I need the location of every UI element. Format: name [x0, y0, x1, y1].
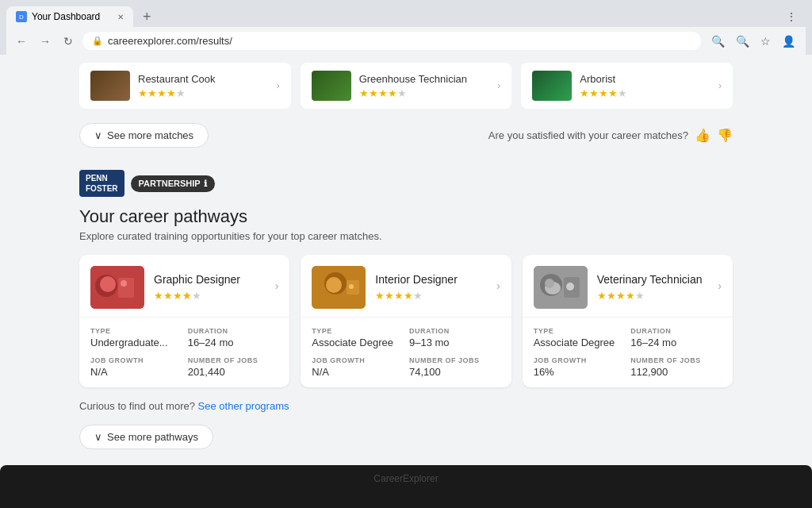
interior-duration-label: DURATION	[409, 327, 500, 335]
active-tab[interactable]: D Your Dashboard ✕	[6, 6, 133, 27]
pathway-card-graphic-arrow: ›	[275, 279, 279, 292]
new-tab-button[interactable]: +	[136, 9, 158, 25]
chevron-down-icon: ∨	[94, 129, 102, 141]
see-more-pathways-label: See more pathways	[107, 431, 198, 443]
pathway-card-vet-info: Veterinary Technician ★★★★★	[597, 273, 703, 302]
pathway-card-vet-details: TYPE Associate Degree DURATION 16–24 mo …	[523, 318, 733, 387]
match-card-arborist-info: Arborist ★★★★★	[580, 73, 627, 99]
match-card-greenhouse-arrow: ›	[497, 80, 500, 91]
interior-type-item: TYPE Associate Degree	[312, 327, 403, 348]
pathway-card-interior-title: Interior Designer	[375, 273, 458, 286]
pathway-card-graphic-stars: ★★★★★★	[154, 290, 240, 302]
penn-foster-logo-line2: FOSTER	[86, 183, 118, 194]
match-card-greenhouse-image	[312, 71, 351, 101]
interior-type-label: TYPE	[312, 327, 403, 335]
graphic-type-label: TYPE	[90, 327, 182, 335]
vet-growth-label: JOB GROWTH	[534, 356, 625, 364]
interior-duration-item: DURATION 9–13 mo	[409, 327, 500, 348]
see-more-matches-label: See more matches	[107, 129, 193, 141]
see-more-matches-button[interactable]: ∨ See more matches	[79, 123, 209, 148]
satisfaction-text: Are you satisfied with your career match…	[488, 129, 688, 141]
footer-preview: CareerExplorer	[0, 465, 812, 508]
see-other-programs-link[interactable]: See other programs	[198, 400, 289, 412]
satisfaction-area: Are you satisfied with your career match…	[488, 128, 733, 143]
vet-growth-value: 16%	[534, 366, 625, 378]
match-card-arborist-arrow: ›	[718, 80, 722, 91]
profile-button[interactable]: 👤	[778, 33, 799, 50]
find-out-more-text: Curious to find out more? See other prog…	[79, 400, 733, 412]
svg-point-2	[100, 276, 116, 292]
vet-jobs-label: NUMBER OF JOBS	[630, 356, 722, 364]
zoom-button[interactable]: 🔍	[732, 33, 753, 50]
match-card-cook-info: Restaurant Cook ★★★★★	[138, 73, 216, 99]
find-out-more-static: Curious to find out more?	[79, 400, 195, 412]
vet-jobs-item: NUMBER OF JOBS 112,900	[630, 356, 722, 378]
chevron-down-icon: ∨	[94, 431, 102, 443]
graphic-duration-label: DURATION	[188, 327, 279, 335]
thumbs-down-button[interactable]: 👎	[717, 128, 733, 143]
search-button[interactable]: 🔍	[707, 33, 729, 50]
pathway-card-vet-header: Veterinary Technician ★★★★★ ›	[523, 255, 733, 318]
interior-growth-item: JOB GROWTH N/A	[312, 356, 403, 378]
graphic-jobs-value: 201,440	[188, 366, 279, 378]
pathway-card-vet-technician[interactable]: Veterinary Technician ★★★★★ › TYPE Assoc…	[523, 255, 733, 387]
interior-jobs-item: NUMBER OF JOBS 74,100	[409, 356, 500, 378]
vet-type-item: TYPE Associate Degree	[534, 327, 625, 348]
pathway-card-graphic-details: TYPE Undergraduate... DURATION 16–24 mo …	[79, 318, 289, 387]
svg-point-7	[326, 277, 342, 293]
pathway-card-interior-designer[interactable]: Interior Designer ★★★★★ › TYPE Associate…	[301, 255, 511, 387]
match-card-greenhouse-title: Greenhouse Technician	[359, 73, 467, 85]
match-card-arborist-stars: ★★★★★	[580, 87, 627, 99]
match-card-arborist[interactable]: Arborist ★★★★★ ›	[521, 63, 733, 109]
tab-bar: D Your Dashboard ✕ + ⋮	[6, 6, 806, 27]
graphic-duration-item: DURATION 16–24 mo	[188, 327, 279, 348]
career-pathways-subtitle: Explore curated training opportunities f…	[79, 230, 733, 242]
url-text: careerexplorer.com/results/	[108, 35, 232, 47]
match-card-cook[interactable]: Restaurant Cook ★★★★★ ›	[79, 63, 291, 109]
see-more-pathways-button[interactable]: ∨ See more pathways	[79, 425, 213, 449]
pathway-card-vet-arrow: ›	[718, 279, 722, 292]
pathway-card-interior-info: Interior Designer ★★★★★	[375, 273, 458, 302]
match-card-arborist-image	[532, 71, 572, 101]
match-card-cook-stars: ★★★★★	[138, 87, 216, 99]
match-card-cook-title: Restaurant Cook	[138, 73, 216, 85]
address-bar[interactable]: 🔒 careerexplorer.com/results/	[82, 32, 701, 50]
match-card-cook-image	[90, 71, 130, 101]
career-pathways-title: Your career pathways	[79, 206, 733, 227]
thumbs-up-button[interactable]: 👍	[695, 128, 710, 143]
vet-duration-item: DURATION 16–24 mo	[630, 327, 722, 348]
match-card-greenhouse[interactable]: Greenhouse Technician ★★★★★ ›	[301, 63, 512, 109]
pathway-card-graphic-image	[90, 266, 144, 309]
interior-duration-value: 9–13 mo	[409, 337, 500, 348]
pathway-card-graphic-title: Graphic Designer	[154, 273, 240, 286]
forward-button[interactable]: →	[36, 33, 54, 49]
pathway-card-vet-stars: ★★★★★	[597, 290, 703, 302]
vet-type-value: Associate Degree	[534, 337, 625, 348]
graphic-duration-value: 16–24 mo	[188, 337, 279, 348]
match-card-arborist-title: Arborist	[580, 73, 627, 85]
pathway-card-interior-header: Interior Designer ★★★★★ ›	[301, 255, 511, 318]
svg-point-13	[545, 279, 554, 288]
interior-growth-label: JOB GROWTH	[312, 356, 403, 364]
tab-favicon: D	[16, 11, 27, 22]
see-more-bar: ∨ See more matches Are you satisfied wit…	[79, 117, 733, 160]
graphic-growth-label: JOB GROWTH	[90, 356, 182, 364]
nav-bar: ← → ↻ 🔒 careerexplorer.com/results/ 🔍 🔍 …	[6, 27, 806, 55]
tab-close-button[interactable]: ✕	[117, 13, 124, 21]
svg-point-15	[566, 283, 574, 291]
pathway-card-graphic-designer[interactable]: Graphic Designer ★★★★★★ › TYPE Undergrad…	[79, 255, 289, 387]
partnership-pill: PARTNERSHIP ℹ	[131, 175, 215, 192]
partnership-label: PARTNERSHIP	[139, 179, 201, 188]
bookmark-button[interactable]: ☆	[756, 33, 775, 50]
back-button[interactable]: ←	[13, 33, 30, 49]
partnership-section: PENN FOSTER PARTNERSHIP ℹ Your career pa…	[79, 160, 733, 508]
match-card-greenhouse-info: Greenhouse Technician ★★★★★	[359, 73, 467, 99]
penn-foster-logo: PENN FOSTER	[79, 170, 124, 197]
tab-title: Your Dashboard	[32, 11, 100, 22]
pathway-cards-container: Graphic Designer ★★★★★★ › TYPE Undergrad…	[79, 255, 733, 387]
reload-button[interactable]: ↻	[60, 33, 76, 49]
see-more-pathways-bar: ∨ See more pathways	[79, 425, 733, 449]
browser-menu-button[interactable]: ⋮	[782, 8, 801, 25]
vet-jobs-value: 112,900	[630, 366, 722, 378]
svg-rect-3	[118, 278, 134, 298]
